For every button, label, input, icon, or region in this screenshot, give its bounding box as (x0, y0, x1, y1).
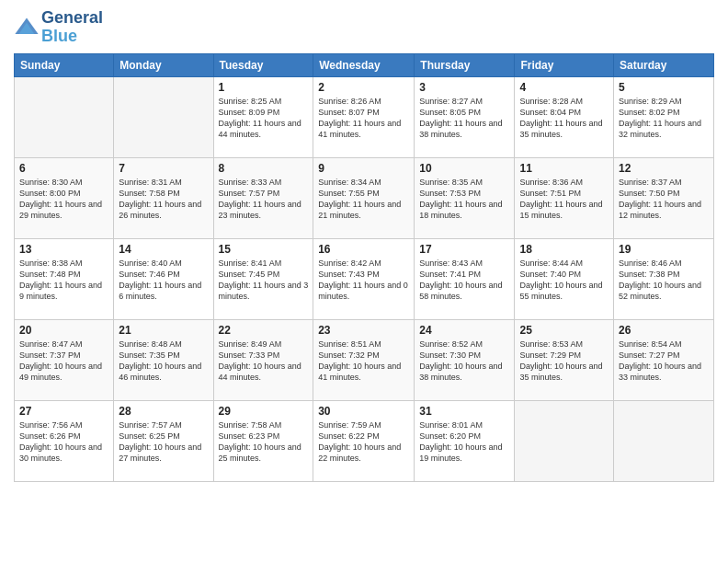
day-info: Sunrise: 8:47 AMSunset: 7:37 PMDaylight:… (19, 339, 108, 384)
day-info: Sunrise: 8:36 AMSunset: 7:51 PMDaylight:… (519, 177, 609, 222)
calendar: SundayMondayTuesdayWednesdayThursdayFrid… (14, 53, 714, 482)
calendar-day: 1Sunrise: 8:25 AMSunset: 8:09 PMDaylight… (213, 76, 313, 157)
calendar-day (15, 76, 114, 157)
day-info: Sunrise: 8:28 AMSunset: 8:04 PMDaylight:… (519, 96, 609, 141)
day-info: Sunrise: 8:42 AMSunset: 7:43 PMDaylight:… (318, 258, 409, 303)
day-of-week-header: Tuesday (213, 53, 313, 76)
calendar-day: 8Sunrise: 8:33 AMSunset: 7:57 PMDaylight… (213, 157, 313, 238)
calendar-day: 22Sunrise: 8:49 AMSunset: 7:33 PMDayligh… (213, 319, 313, 400)
header: GeneralBlue (14, 9, 714, 46)
day-info: Sunrise: 8:40 AMSunset: 7:46 PMDaylight:… (119, 258, 208, 303)
day-info: Sunrise: 8:43 AMSunset: 7:41 PMDaylight:… (419, 258, 509, 303)
calendar-day: 30Sunrise: 7:59 AMSunset: 6:22 PMDayligh… (313, 400, 415, 481)
calendar-week-row: 6Sunrise: 8:30 AMSunset: 8:00 PMDaylight… (15, 157, 714, 238)
day-number: 6 (19, 162, 108, 175)
calendar-week-row: 20Sunrise: 8:47 AMSunset: 7:37 PMDayligh… (15, 319, 714, 400)
day-info: Sunrise: 8:26 AMSunset: 8:07 PMDaylight:… (318, 96, 409, 141)
calendar-day: 23Sunrise: 8:51 AMSunset: 7:32 PMDayligh… (313, 319, 415, 400)
day-number: 4 (519, 81, 609, 94)
day-info: Sunrise: 8:49 AMSunset: 7:33 PMDaylight:… (219, 339, 309, 384)
calendar-day: 19Sunrise: 8:46 AMSunset: 7:38 PMDayligh… (614, 238, 714, 319)
calendar-week-row: 27Sunrise: 7:56 AMSunset: 6:26 PMDayligh… (15, 400, 714, 481)
day-info: Sunrise: 8:44 AMSunset: 7:40 PMDaylight:… (519, 258, 609, 303)
calendar-day: 27Sunrise: 7:56 AMSunset: 6:26 PMDayligh… (15, 400, 114, 481)
calendar-day: 10Sunrise: 8:35 AMSunset: 7:53 PMDayligh… (415, 157, 515, 238)
day-info: Sunrise: 8:52 AMSunset: 7:30 PMDaylight:… (419, 339, 509, 384)
day-info: Sunrise: 8:27 AMSunset: 8:05 PMDaylight:… (419, 96, 509, 141)
day-info: Sunrise: 8:35 AMSunset: 7:53 PMDaylight:… (419, 177, 509, 222)
calendar-day: 20Sunrise: 8:47 AMSunset: 7:37 PMDayligh… (15, 319, 114, 400)
calendar-body: 1Sunrise: 8:25 AMSunset: 8:09 PMDaylight… (15, 76, 714, 481)
day-number: 30 (318, 405, 409, 418)
calendar-day: 24Sunrise: 8:52 AMSunset: 7:30 PMDayligh… (415, 319, 515, 400)
calendar-day (114, 76, 213, 157)
day-info: Sunrise: 8:34 AMSunset: 7:55 PMDaylight:… (318, 177, 409, 222)
day-number: 19 (619, 243, 709, 256)
calendar-day: 6Sunrise: 8:30 AMSunset: 8:00 PMDaylight… (15, 157, 114, 238)
day-info: Sunrise: 8:25 AMSunset: 8:09 PMDaylight:… (219, 96, 309, 141)
day-number: 18 (519, 243, 609, 256)
day-number: 12 (619, 162, 709, 175)
day-number: 1 (219, 81, 309, 94)
day-number: 15 (219, 243, 309, 256)
day-number: 31 (419, 405, 509, 418)
day-of-week-header: Sunday (15, 53, 114, 76)
day-info: Sunrise: 8:30 AMSunset: 8:00 PMDaylight:… (19, 177, 108, 222)
day-info: Sunrise: 8:46 AMSunset: 7:38 PMDaylight:… (619, 258, 709, 303)
day-info: Sunrise: 8:33 AMSunset: 7:57 PMDaylight:… (219, 177, 309, 222)
calendar-day: 17Sunrise: 8:43 AMSunset: 7:41 PMDayligh… (415, 238, 515, 319)
calendar-day: 14Sunrise: 8:40 AMSunset: 7:46 PMDayligh… (114, 238, 213, 319)
day-info: Sunrise: 8:48 AMSunset: 7:35 PMDaylight:… (119, 339, 208, 384)
day-info: Sunrise: 8:29 AMSunset: 8:02 PMDaylight:… (619, 96, 709, 141)
day-number: 8 (219, 162, 309, 175)
day-info: Sunrise: 7:56 AMSunset: 6:26 PMDaylight:… (19, 419, 108, 465)
calendar-day: 4Sunrise: 8:28 AMSunset: 8:04 PMDaylight… (515, 76, 614, 157)
day-number: 21 (119, 324, 208, 337)
day-of-week-header: Friday (515, 53, 614, 76)
day-number: 28 (119, 405, 208, 418)
day-info: Sunrise: 7:58 AMSunset: 6:23 PMDaylight:… (219, 419, 309, 465)
day-number: 22 (219, 324, 309, 337)
calendar-day: 2Sunrise: 8:26 AMSunset: 8:07 PMDaylight… (313, 76, 415, 157)
day-info: Sunrise: 8:51 AMSunset: 7:32 PMDaylight:… (318, 339, 409, 384)
calendar-day: 16Sunrise: 8:42 AMSunset: 7:43 PMDayligh… (313, 238, 415, 319)
calendar-day: 7Sunrise: 8:31 AMSunset: 7:58 PMDaylight… (114, 157, 213, 238)
calendar-day: 11Sunrise: 8:36 AMSunset: 7:51 PMDayligh… (515, 157, 614, 238)
calendar-day: 26Sunrise: 8:54 AMSunset: 7:27 PMDayligh… (614, 319, 714, 400)
day-number: 3 (419, 81, 509, 94)
calendar-day: 31Sunrise: 8:01 AMSunset: 6:20 PMDayligh… (415, 400, 515, 481)
day-number: 27 (19, 405, 108, 418)
day-info: Sunrise: 8:54 AMSunset: 7:27 PMDaylight:… (619, 339, 709, 384)
day-number: 13 (19, 243, 108, 256)
calendar-day: 5Sunrise: 8:29 AMSunset: 8:02 PMDaylight… (614, 76, 714, 157)
calendar-day: 25Sunrise: 8:53 AMSunset: 7:29 PMDayligh… (515, 319, 614, 400)
calendar-day: 18Sunrise: 8:44 AMSunset: 7:40 PMDayligh… (515, 238, 614, 319)
day-info: Sunrise: 8:38 AMSunset: 7:48 PMDaylight:… (19, 258, 108, 303)
day-number: 2 (318, 81, 409, 94)
day-info: Sunrise: 7:59 AMSunset: 6:22 PMDaylight:… (318, 419, 409, 465)
calendar-day: 21Sunrise: 8:48 AMSunset: 7:35 PMDayligh… (114, 319, 213, 400)
calendar-day: 3Sunrise: 8:27 AMSunset: 8:05 PMDaylight… (415, 76, 515, 157)
page-container: GeneralBlue SundayMondayTuesdayWednesday… (0, 0, 728, 491)
calendar-week-row: 1Sunrise: 8:25 AMSunset: 8:09 PMDaylight… (15, 76, 714, 157)
logo: GeneralBlue (14, 9, 103, 46)
day-info: Sunrise: 8:41 AMSunset: 7:45 PMDaylight:… (219, 258, 309, 303)
day-info: Sunrise: 8:37 AMSunset: 7:50 PMDaylight:… (619, 177, 709, 222)
day-info: Sunrise: 7:57 AMSunset: 6:25 PMDaylight:… (119, 419, 208, 465)
day-number: 7 (119, 162, 208, 175)
days-of-week-row: SundayMondayTuesdayWednesdayThursdayFrid… (15, 53, 714, 76)
day-info: Sunrise: 8:53 AMSunset: 7:29 PMDaylight:… (519, 339, 609, 384)
day-of-week-header: Thursday (415, 53, 515, 76)
day-number: 24 (419, 324, 509, 337)
calendar-day (515, 400, 614, 481)
day-number: 29 (219, 405, 309, 418)
day-info: Sunrise: 8:01 AMSunset: 6:20 PMDaylight:… (419, 419, 509, 465)
calendar-day: 15Sunrise: 8:41 AMSunset: 7:45 PMDayligh… (213, 238, 313, 319)
day-number: 9 (318, 162, 409, 175)
day-number: 23 (318, 324, 409, 337)
day-number: 10 (419, 162, 509, 175)
calendar-week-row: 13Sunrise: 8:38 AMSunset: 7:48 PMDayligh… (15, 238, 714, 319)
day-info: Sunrise: 8:31 AMSunset: 7:58 PMDaylight:… (119, 177, 208, 222)
calendar-day: 9Sunrise: 8:34 AMSunset: 7:55 PMDaylight… (313, 157, 415, 238)
logo-text: GeneralBlue (41, 9, 103, 46)
